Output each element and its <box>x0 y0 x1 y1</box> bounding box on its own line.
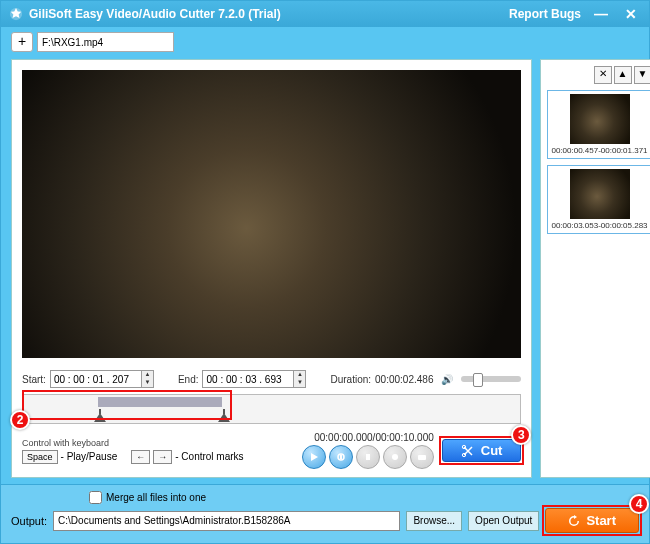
duration-value: 00:00:02.486 <box>375 374 433 385</box>
right-key: → <box>153 450 172 464</box>
clip-item[interactable]: 00:00:03.053-00:00:05.283 <box>547 165 650 234</box>
start-button[interactable]: Start <box>545 508 639 533</box>
file-path-input[interactable] <box>37 32 174 52</box>
controls-row: Control with keyboard Space - Play/Pause… <box>12 428 531 477</box>
work-area: Start: ▲▼ End: ▲▼ Duration: 00:00:02.486… <box>1 53 649 484</box>
svg-rect-4 <box>340 455 342 459</box>
start-label: Start: <box>22 374 46 385</box>
clip-down-button[interactable]: ▼ <box>634 66 650 84</box>
preview-panel: Start: ▲▼ End: ▲▼ Duration: 00:00:02.486… <box>11 59 532 478</box>
playback-buttons <box>302 445 434 469</box>
clip-up-button[interactable]: ▲ <box>614 66 632 84</box>
time-controls: Start: ▲▼ End: ▲▼ Duration: 00:00:02.486… <box>12 368 531 390</box>
cut-label: Cut <box>481 443 503 458</box>
mark-in-button[interactable] <box>356 445 380 469</box>
end-label: End: <box>178 374 199 385</box>
timeline-wrap: 2 <box>12 390 531 428</box>
clip-range: 00:00:00.457-00:00:01.371 <box>551 146 647 155</box>
clips-toolbar: ✕ ▲ ▼ <box>547 66 650 84</box>
timeline-track[interactable] <box>22 394 521 424</box>
video-frame <box>22 70 521 358</box>
kb-title: Control with keyboard <box>22 438 244 448</box>
close-button[interactable]: ✕ <box>621 6 641 22</box>
svg-rect-7 <box>418 455 426 460</box>
svg-rect-2 <box>223 409 225 414</box>
volume-icon[interactable]: 🔊 <box>441 374 453 385</box>
scissors-icon <box>461 444 475 458</box>
space-hint: - Play/Pause <box>61 451 118 462</box>
merge-label: Merge all files into one <box>106 492 206 503</box>
clip-range: 00:00:03.053-00:00:05.283 <box>551 221 647 230</box>
annotation-badge-4: 4 <box>629 494 649 514</box>
cut-button[interactable]: Cut <box>442 439 522 462</box>
keyboard-hints: Control with keyboard Space - Play/Pause… <box>22 438 244 464</box>
file-bar: + <box>1 27 649 53</box>
refresh-icon <box>568 515 580 527</box>
start-time-input[interactable] <box>51 373 141 386</box>
start-label: Start <box>586 513 616 528</box>
annotation-badge-2: 2 <box>10 410 30 430</box>
output-bar: Merge all files into one Output: Browse.… <box>1 484 649 543</box>
minimize-button[interactable]: — <box>591 6 611 22</box>
space-key: Space <box>22 450 58 464</box>
left-key: ← <box>131 450 150 464</box>
end-spin-up[interactable]: ▲ <box>293 371 305 379</box>
clip-thumbnail <box>570 169 630 219</box>
mark-out-button[interactable] <box>383 445 407 469</box>
report-bugs-link[interactable]: Report Bugs <box>509 7 581 21</box>
add-file-button[interactable]: + <box>11 32 33 52</box>
browse-button[interactable]: Browse... <box>406 511 462 531</box>
clip-thumbnail <box>570 94 630 144</box>
window-title: GiliSoft Easy Video/Audio Cutter 7.2.0 (… <box>29 7 281 21</box>
play-button[interactable] <box>302 445 326 469</box>
marks-hint: - Control marks <box>175 451 243 462</box>
clips-panel: ✕ ▲ ▼ 00:00:00.457-00:00:01.371 00:00:03… <box>540 59 650 478</box>
end-handle[interactable] <box>217 409 231 423</box>
volume-slider[interactable] <box>461 376 521 382</box>
duration-label: Duration: <box>330 374 371 385</box>
output-label: Output: <box>11 515 47 527</box>
selection-range[interactable] <box>98 397 222 407</box>
open-output-button[interactable]: Open Output <box>468 511 539 531</box>
stop-button[interactable] <box>329 445 353 469</box>
merge-checkbox[interactable] <box>89 491 102 504</box>
svg-point-6 <box>392 454 398 460</box>
start-handle[interactable] <box>93 409 107 423</box>
video-preview[interactable] <box>22 70 521 358</box>
output-path-input[interactable] <box>53 511 400 531</box>
annotation-badge-3: 3 <box>511 425 531 445</box>
start-spin-up[interactable]: ▲ <box>141 371 153 379</box>
svg-rect-5 <box>366 454 370 460</box>
end-spin-down[interactable]: ▼ <box>293 379 305 387</box>
snapshot-button[interactable] <box>410 445 434 469</box>
clip-item[interactable]: 00:00:00.457-00:00:01.371 <box>547 90 650 159</box>
start-spin-down[interactable]: ▼ <box>141 379 153 387</box>
timecode-display: 00:00:00.000/00:00:10.000 <box>314 432 434 443</box>
svg-rect-1 <box>99 409 101 414</box>
end-time-input[interactable] <box>203 373 293 386</box>
app-logo-icon <box>9 7 23 21</box>
clip-delete-button[interactable]: ✕ <box>594 66 612 84</box>
titlebar: GiliSoft Easy Video/Audio Cutter 7.2.0 (… <box>1 1 649 27</box>
app-window: GiliSoft Easy Video/Audio Cutter 7.2.0 (… <box>0 0 650 544</box>
